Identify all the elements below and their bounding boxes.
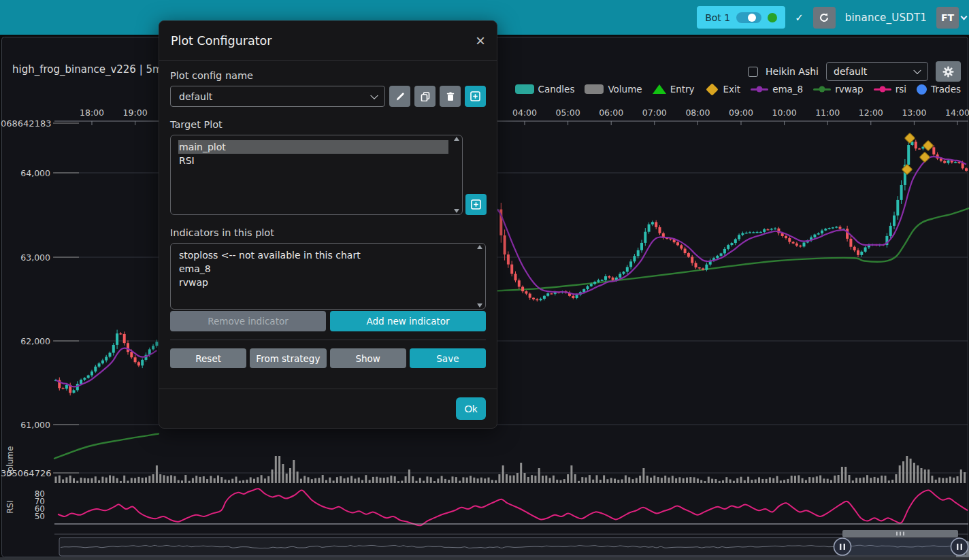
trades-circle-icon [917, 84, 927, 95]
user-menu[interactable]: FT [936, 7, 966, 29]
pencil-icon [395, 92, 405, 101]
svg-text:07:00: 07:00 [642, 108, 667, 118]
remove-indicator-button[interactable]: Remove indicator [170, 311, 326, 331]
svg-text:62,000: 62,000 [20, 336, 50, 346]
legend-rsi[interactable]: rsi [874, 84, 906, 95]
legend-entry[interactable]: Entry [653, 84, 695, 95]
add-plot-button[interactable] [465, 194, 487, 215]
legend-ema8[interactable]: ema_8 [751, 84, 803, 95]
trash-icon [446, 92, 455, 101]
add-indicator-button[interactable]: Add new indicator [330, 311, 486, 331]
show-button[interactable]: Show [330, 348, 406, 368]
bot-name: Bot 1 [705, 12, 730, 23]
heikin-ashi-checkbox[interactable] [748, 67, 758, 77]
navigator-handle-right[interactable] [951, 538, 968, 555]
rvwap-line-swatch [813, 88, 831, 90]
delete-config-button[interactable] [440, 86, 461, 107]
bot-online-dot [768, 13, 777, 22]
scroll-down-icon[interactable] [454, 209, 459, 213]
svg-text:RSI: RSI [5, 500, 15, 514]
legend-volume[interactable]: Volume [585, 84, 642, 95]
entry-triangle-icon [653, 84, 666, 94]
legend-exit[interactable]: Exit [705, 84, 741, 95]
config-name-select[interactable]: default [170, 86, 385, 107]
strategy-title: high_frog_binance_v226 | 5m [12, 63, 163, 76]
svg-text:12:00: 12:00 [859, 108, 883, 118]
svg-text:05:00: 05:00 [556, 108, 580, 118]
plus-square-icon [471, 199, 481, 210]
svg-text:13:00: 13:00 [902, 108, 926, 118]
reset-button[interactable]: Reset [170, 348, 246, 368]
modal-title: Plot Configurator [171, 34, 272, 48]
navigator-window[interactable] [842, 538, 959, 555]
svg-text:64,000: 64,000 [20, 168, 50, 178]
target-plot-listbox[interactable]: main_plot RSI [170, 135, 463, 215]
list-item[interactable]: ema_8 [179, 262, 472, 276]
plot-settings-button[interactable] [936, 61, 961, 82]
exit-diamond-icon [706, 83, 718, 95]
candles-swatch [515, 84, 534, 94]
heikin-ashi-label: Heikin Ashi [766, 66, 819, 77]
svg-text:50: 50 [35, 512, 45, 521]
legend-trades[interactable]: Trades [917, 84, 961, 95]
scroll-up-icon[interactable] [454, 137, 459, 141]
duplicate-config-button[interactable] [414, 86, 436, 107]
add-config-button[interactable] [465, 86, 486, 107]
chart-legend: Candles Volume Entry Exit ema_8 rvwap rs… [515, 84, 962, 95]
plotconfig-select[interactable]: default [826, 62, 928, 81]
plot-configurator-modal: Plot Configurator × Plot config name def… [159, 20, 497, 429]
svg-text:63,000: 63,000 [20, 252, 50, 263]
indicators-listbox[interactable]: stoploss <-- not available in this chart… [170, 243, 486, 310]
copy-icon [421, 92, 430, 101]
save-button[interactable]: Save [410, 348, 486, 368]
navigator[interactable] [54, 530, 969, 558]
chevron-down-icon [913, 67, 921, 74]
legend-candles[interactable]: Candles [515, 84, 575, 95]
window-bottom-edge [0, 557, 969, 560]
close-icon[interactable]: × [476, 33, 485, 49]
refresh-icon [819, 12, 830, 23]
svg-text:19:00: 19:00 [123, 108, 148, 118]
list-item[interactable]: RSI [179, 154, 448, 167]
avatar: FT [936, 7, 959, 29]
target-plot-label: Target Plot [170, 119, 486, 130]
svg-text:08:00: 08:00 [685, 108, 710, 118]
legend-rvwap[interactable]: rvwap [813, 84, 863, 95]
svg-text:11:00: 11:00 [815, 108, 840, 118]
app-root: 64,00063,00062,00061,00006864218318:0019… [0, 0, 969, 560]
bot-toggle[interactable] [736, 12, 761, 23]
indicators-label: Indicators in this plot [170, 227, 486, 238]
config-name-label: Plot config name [170, 70, 486, 81]
rsi-line-swatch [874, 88, 891, 90]
pair-label: binance_USDT1 [845, 12, 927, 24]
scrollbar[interactable] [475, 245, 484, 308]
svg-text:61,000: 61,000 [20, 420, 50, 430]
plus-square-icon [470, 91, 480, 101]
scroll-up-icon[interactable] [477, 245, 482, 249]
svg-text:06:00: 06:00 [599, 108, 623, 118]
svg-text:04:00: 04:00 [512, 108, 537, 118]
refresh-button[interactable] [813, 7, 836, 29]
svg-text:068642183: 068642183 [1, 118, 51, 129]
from-strategy-button[interactable]: From strategy [250, 348, 326, 368]
volume-swatch [585, 84, 604, 94]
gear-icon [942, 66, 954, 78]
ok-button[interactable]: Ok [456, 397, 486, 420]
bot-selector-badge[interactable]: Bot 1 [697, 6, 785, 29]
svg-text:Volume: Volume [5, 446, 15, 477]
check-icon: ✓ [795, 12, 804, 24]
svg-text:14:00: 14:00 [945, 108, 969, 118]
ema8-line-swatch [751, 88, 768, 90]
scrollbar[interactable] [452, 137, 461, 213]
edit-config-button[interactable] [389, 86, 410, 107]
navigator-handle-left[interactable] [834, 538, 851, 555]
svg-text:10:00: 10:00 [772, 108, 797, 118]
chevron-down-icon [961, 13, 968, 20]
chevron-down-icon [370, 91, 378, 99]
svg-text:18:00: 18:00 [80, 108, 104, 118]
list-item[interactable]: main_plot [178, 140, 448, 154]
svg-text:09:00: 09:00 [729, 108, 753, 118]
list-item[interactable]: rvwap [179, 276, 472, 289]
scroll-down-icon[interactable] [477, 303, 482, 308]
list-item[interactable]: stoploss <-- not available in this chart [179, 248, 472, 262]
